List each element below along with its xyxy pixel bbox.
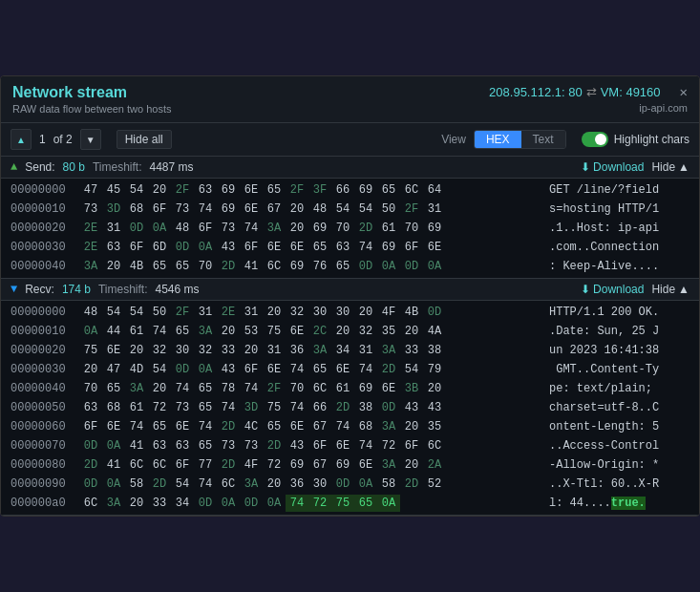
hex-offset: 00000020 <box>11 342 79 359</box>
hex-byte: 6E <box>377 380 400 397</box>
hex-byte: 69 <box>286 456 308 474</box>
hex-ascii: ontent-Length: 5 <box>541 418 689 435</box>
hex-byte: 34 <box>331 342 354 359</box>
hex-ascii: : Keep-Alive.... <box>541 258 689 275</box>
hex-byte: 35 <box>377 323 400 340</box>
hex-ascii: .com..Connection <box>541 239 689 256</box>
highlight-switch[interactable] <box>582 132 608 147</box>
hex-byte: 32 <box>194 342 217 359</box>
hex-offset: 00000000 <box>11 181 79 199</box>
hex-byte: 54 <box>400 361 423 378</box>
hex-byte: 3A <box>102 495 125 512</box>
send-section: ▲ Send: 80 b Timeshift: 4487 ms ⬇ Downlo… <box>1 157 699 279</box>
prev-page-button[interactable]: ▲ <box>11 129 32 150</box>
close-button[interactable]: ✕ <box>680 84 688 100</box>
hex-byte: 65 <box>308 361 331 378</box>
page-total: of 2 <box>53 133 73 146</box>
hex-byte: 61 <box>125 399 148 416</box>
hex-byte: 32 <box>148 342 171 359</box>
hex-byte: 31 <box>263 342 286 359</box>
hex-ascii: GMT..Content-Ty <box>541 361 689 378</box>
hex-byte: 2F <box>171 304 194 321</box>
tab-text[interactable]: Text <box>521 131 565 148</box>
hex-byte: 65 <box>171 258 194 275</box>
hex-byte: 0D <box>400 258 423 275</box>
hex-offset: 00000050 <box>11 399 79 416</box>
hex-byte: 3D <box>240 399 263 416</box>
hex-byte: 65 <box>308 239 331 256</box>
page-dropdown-button[interactable]: ▼ <box>80 129 101 150</box>
hex-byte: 43 <box>217 361 240 378</box>
hex-byte: 2F <box>400 201 423 218</box>
hex-byte: 65 <box>331 258 354 275</box>
highlight-label: Highlight chars <box>614 133 689 146</box>
hex-bytes: 3A204B6565702D416C6976650D0A0D0A <box>79 258 541 275</box>
hex-offset: 000000a0 <box>11 495 79 512</box>
hex-byte: 6E <box>240 201 263 218</box>
hex-bytes: 6C3A2033340D0A0D0A747275650A <box>79 495 541 512</box>
hex-byte: 43 <box>286 437 308 455</box>
recv-arrow-icon: ▼ <box>11 283 17 296</box>
hex-byte: 6E <box>286 323 308 340</box>
recv-download-button[interactable]: ⬇ Download <box>581 283 644 296</box>
hex-byte: 6E <box>263 361 286 378</box>
tab-hex[interactable]: HEX <box>475 131 521 148</box>
hex-byte: 74 <box>331 418 354 435</box>
table-row: 000000403A204B6565702D416C6976650D0A0D0A… <box>5 257 695 276</box>
hex-byte: 67 <box>263 201 286 218</box>
hex-byte: 6E <box>354 456 377 474</box>
network-stream-window: Network stream RAW data flow between two… <box>0 75 700 517</box>
send-header: ▲ Send: 80 b Timeshift: 4487 ms ⬇ Downlo… <box>1 157 699 179</box>
hex-byte: 54 <box>125 181 148 199</box>
hex-byte: 0D <box>171 361 194 378</box>
recv-hide-button[interactable]: Hide ▲ <box>651 283 689 296</box>
hex-byte: 20 <box>286 220 308 237</box>
hex-offset: 00000010 <box>11 323 79 340</box>
hex-byte: 47 <box>79 181 102 199</box>
hex-byte: 74 <box>354 437 377 455</box>
hide-all-button[interactable]: Hide all <box>117 130 172 149</box>
table-row: 000000a06C3A2033340D0A0D0A747275650Al: 4… <box>5 494 695 513</box>
hex-bytes: 485454502F312E3120323030204F4B0D <box>79 304 541 321</box>
hex-byte: 33 <box>217 342 240 359</box>
hex-byte: 63 <box>79 399 102 416</box>
hex-byte: 0D <box>354 258 377 275</box>
hex-byte: 3A <box>377 418 400 435</box>
hex-byte: 63 <box>102 239 125 256</box>
hex-byte: 65 <box>194 399 217 416</box>
hex-byte: 65 <box>194 380 217 397</box>
hex-byte: 0A <box>377 258 400 275</box>
hex-byte: 41 <box>102 456 125 474</box>
hex-byte: 70 <box>194 258 217 275</box>
hex-byte: 36 <box>286 342 308 359</box>
hex-byte: 6C <box>400 181 423 199</box>
send-label: Send: <box>25 160 54 174</box>
hex-byte: 73 <box>171 399 194 416</box>
hex-byte: 20 <box>400 323 423 340</box>
hex-byte: 72 <box>377 437 400 455</box>
table-row: 00000000474554202F63696E652F3F6669656C64… <box>5 180 695 200</box>
hex-byte: 0D <box>171 239 194 256</box>
hex-byte: 48 <box>79 304 102 321</box>
hex-byte: 6F <box>400 437 423 455</box>
view-tabs: HEX Text <box>474 130 566 149</box>
hex-byte: 72 <box>263 456 286 474</box>
hex-byte: 2D <box>217 456 240 474</box>
send-download-button[interactable]: ⬇ Download <box>581 160 644 174</box>
table-row: 000000700D0A4163636573732D436F6E74726F6C… <box>5 436 695 455</box>
hex-bytes: 2E636F6D0D0A436F6E6E656374696F6E <box>79 239 541 256</box>
hex-ascii: un 2023 16:41:38 <box>541 342 689 359</box>
hex-byte: 63 <box>194 181 217 199</box>
hex-offset: 00000000 <box>11 304 79 321</box>
hex-byte: 20 <box>125 342 148 359</box>
hex-bytes: 6F6E74656E742D4C656E6774683A2035 <box>79 418 541 435</box>
hex-offset: 00000070 <box>11 437 79 455</box>
hex-byte: 6C <box>125 456 148 474</box>
hex-byte: 3A <box>377 456 400 474</box>
hex-byte: 78 <box>217 380 240 397</box>
hex-byte: 20 <box>354 304 377 321</box>
send-hide-button[interactable]: Hide ▲ <box>651 160 689 174</box>
view-label: View <box>441 133 466 146</box>
hex-bytes: 636861727365743D7574662D380D4343 <box>79 399 541 416</box>
hex-byte: 6E <box>286 418 308 435</box>
